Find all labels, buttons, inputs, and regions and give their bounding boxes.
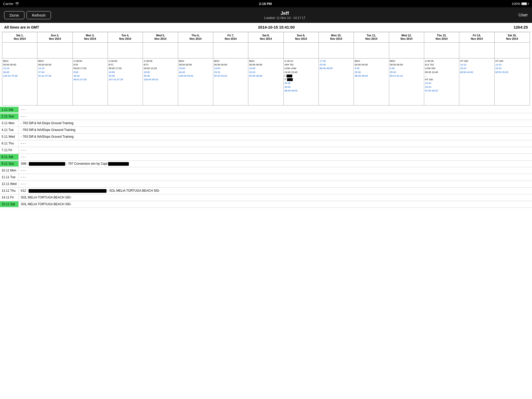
day-header-12: Wed 12,Nov 2014: [389, 32, 424, 42]
carrier-label: Carrier: [3, 2, 14, 6]
day-content-8: - - -: [19, 154, 532, 160]
battery-icon: [521, 2, 527, 5]
day-header-14: Fri 14,Nov 2014: [459, 32, 494, 42]
empty-cell-11: [354, 43, 389, 58]
day-label-13: 13.11 Thu: [0, 188, 19, 194]
day-header-11: Tue 11,Nov 2014: [354, 32, 389, 42]
redacted-block-1: [29, 162, 65, 166]
battery-percentage: 100%: [512, 2, 520, 6]
status-left: Carrier: [3, 2, 19, 6]
day-content-14: SOL MELIA TORTUGA BEACH SID-: [19, 195, 532, 200]
list-item: 12.11 Wed - - -: [0, 181, 532, 188]
current-datetime: 2014-10-15 15:41:00: [258, 25, 295, 29]
day-content-1: - - -: [19, 107, 532, 112]
empty-cell-2: [37, 43, 72, 58]
day-content-11: - - -: [19, 174, 532, 180]
day-header-9: Sun 9,Nov 2014: [284, 32, 319, 42]
empty-cell-14: [459, 43, 494, 58]
day-content-2: - - -: [19, 114, 532, 119]
list-item: 9.11 Sun SIM : - 767 Conversion sim by C…: [0, 161, 532, 167]
status-right: 100%: [512, 2, 529, 6]
day-label-10: 10.11 Mon: [0, 168, 19, 173]
redacted-block-3: [29, 189, 107, 193]
status-bar: Carrier 2:18 PM 100%: [0, 0, 532, 7]
day-content-5: - 763 Diff & NA/Etops Ground Training: [19, 134, 532, 139]
nav-bar: Done Refresh Jeff Loaded: 11.Nov 14 - 14…: [0, 7, 532, 23]
flight-cell-15: HT SID 14:10 33:10 69:55 35:25: [495, 58, 530, 105]
empty-calendar-row: [2, 42, 530, 58]
wifi-icon: [15, 2, 19, 5]
nav-center: Jeff Loaded: 11.Nov 14 - 14:17 LT: [264, 11, 305, 20]
list-item: 5.11 Wed - 763 Diff & NA/Etops Ground Tr…: [0, 134, 532, 140]
day-label-15: 15.11 Sat: [0, 201, 19, 207]
day-label-6: 6.11 Thu: [0, 141, 19, 146]
flight-cell-3: ci 09:00 D76 09:00 17:00 8:00 35:40 99:4…: [73, 58, 108, 105]
list-item: 14.11 Fri SOL MELIA TORTUGA BEACH SID-: [0, 194, 532, 201]
empty-cell-6: [178, 43, 213, 58]
empty-cell-3: [73, 43, 108, 58]
list-item: 13.11 Thu 612 : - SOL MELIA TORTUGA BEAC…: [0, 188, 532, 194]
flight-cell-4: ci 09:00 ETC 09:00 17:00 16:00 43:40 107…: [108, 58, 143, 105]
flight-cell-11: BDO 00:00 00:00 9:30 25:30 88:39 48:09: [354, 58, 389, 105]
list-item: 1.11 Sat - - -: [0, 107, 532, 113]
timezone-note: All times are in GMT: [4, 25, 39, 30]
header-info: All times are in GMT 2014-10-15 15:41:00…: [0, 23, 532, 32]
list-item: 4.11 Tue - 763 Diff & NA/Etops Graound T…: [0, 127, 532, 134]
empty-cell-10: [319, 43, 354, 58]
flight-cell-13: ci 08:35 612 752 LGW SID 09:35 15:45 ...…: [424, 58, 459, 105]
day-header-5: Wed 5,Nov 2014: [143, 32, 178, 42]
day-header-2: Sun 2,Nov 2014: [37, 32, 72, 42]
day-headers-row: Sat 1,Nov 2014 Sun 2,Nov 2014 Mon 3,Nov …: [2, 32, 530, 42]
list-item: 11.11 Tue - - -: [0, 174, 532, 181]
list-item: 2.11 Sun - - -: [0, 113, 532, 120]
day-header-6: Thu 6,Nov 2014: [178, 32, 213, 42]
empty-cell-7: [213, 43, 248, 58]
day-content-9: SIM : - 767 Conversion sim by Capt: [19, 161, 532, 167]
day-header-3: Mon 3,Nov 2014: [73, 32, 108, 42]
day-header-1: Sat 1,Nov 2014: [2, 32, 37, 42]
list-item: 7.11 Fri - - -: [0, 147, 532, 154]
day-label-7: 7.11 Fri: [0, 147, 19, 153]
done-button[interactable]: Done: [4, 11, 24, 19]
day-content-4: - 763 Diff & NA/Etops Graound Training: [19, 127, 532, 133]
flight-cell-8: BDO 00:00 00:00 19:00 33:15 82:09 48:09: [248, 58, 283, 105]
empty-cell-4: [108, 43, 143, 58]
day-label-3: 3.11 Mon: [0, 120, 19, 126]
day-label-14: 14.11 Fri: [0, 195, 19, 200]
empty-cell-8: [248, 43, 283, 58]
day-label-9: 9.11 Sun: [0, 161, 19, 167]
list-item: 10.11 Mon - - -: [0, 167, 532, 174]
empty-cell-9: [284, 43, 319, 58]
nav-subtitle: Loaded: 11.Nov 14 - 14:17 LT: [264, 16, 305, 20]
list-item: 3.11 Mon - 763 Diff & NA Etops Ground Tr…: [0, 120, 532, 127]
flight-cell-9: ci 18:15 SIM 752 LGW LGW 19:45 23:45 I: …: [284, 58, 319, 105]
flight-cell-5: ci 09:00 ETC 09:00 12:00 19:00 46:40 100…: [143, 58, 178, 105]
nav-left-buttons: Done Refresh: [4, 11, 51, 19]
flight-cell-1: BDO 00:00 00:00 14:15 36:45 102:43 75:49: [2, 58, 37, 105]
day-header-4: Tue 4,Nov 2014: [108, 32, 143, 42]
empty-cell-12: [389, 43, 424, 58]
day-content-10: - - -: [19, 168, 532, 173]
nav-user-label[interactable]: User: [518, 12, 528, 18]
day-content-7: - - -: [19, 147, 532, 153]
day-header-15: Sat 15,Nov 2014: [495, 32, 530, 42]
day-label-11: 11.11 Tue: [0, 174, 19, 180]
day-label-8: 8.11 Sat: [0, 154, 19, 160]
day-content-12: - - -: [19, 181, 532, 187]
day-header-10: Mon 10,Nov 2014: [319, 32, 354, 42]
list-item: 6.11 Thu - - -: [0, 140, 532, 147]
day-label-1: 1.11 Sat: [0, 107, 19, 112]
empty-cell-13: [424, 43, 459, 58]
calendar-section: Sat 1,Nov 2014 Sun 2,Nov 2014 Mon 3,Nov …: [0, 32, 532, 105]
duration-display: 1264:25: [514, 25, 528, 29]
day-label-2: 2.11 Sun: [0, 114, 19, 119]
day-header-8: Sat 8,Nov 2014: [248, 32, 283, 42]
flight-cell-10: 17:30 25:30 88:39 48:09: [319, 58, 354, 105]
nav-title: Jeff: [264, 11, 305, 16]
list-item: 8.11 Sat - - -: [0, 154, 532, 161]
day-content-15: SOL MELIA TORTUGA BEACH SID-: [19, 201, 532, 207]
refresh-button[interactable]: Refresh: [26, 11, 51, 19]
flight-cell-6: BDO 00:00 00:00 19:00 46:40 100:04 59:43: [178, 58, 213, 105]
day-content-13: 612 : - SOL MELIA TORTUGA BEACH SID-: [19, 188, 532, 194]
day-label-12: 12.11 Wed: [0, 181, 19, 187]
